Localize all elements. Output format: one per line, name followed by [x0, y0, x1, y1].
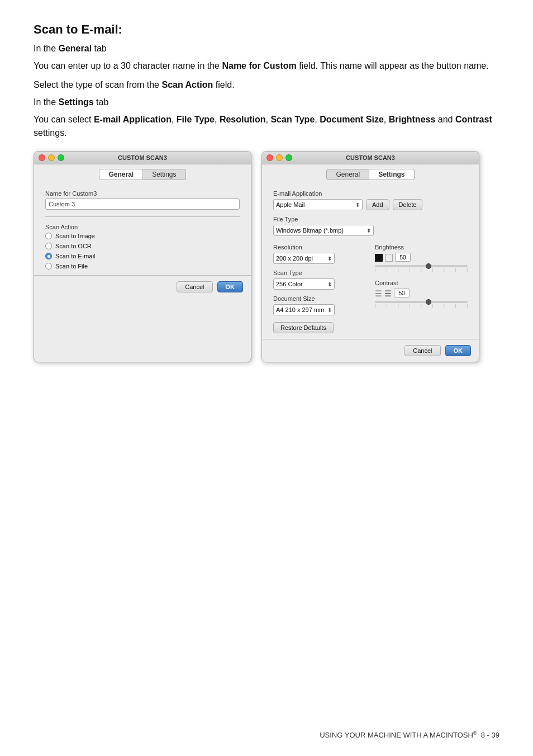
- email-app-label: E-mail Application: [273, 190, 468, 197]
- close-button-settings[interactable]: [266, 154, 273, 161]
- footer-superscript: ®: [473, 730, 477, 736]
- resolution-select[interactable]: 200 x 200 dpi ⬍: [273, 253, 335, 264]
- maximize-button-settings[interactable]: [285, 154, 292, 161]
- contrast-ticks: |||||||||: [375, 304, 468, 308]
- doc-size-select[interactable]: A4 210 x 297 mm ⬍: [273, 304, 335, 315]
- email-app-value: Apple Mail: [276, 201, 304, 208]
- radio-scan-to-email[interactable]: Scan to E-mail: [45, 253, 240, 259]
- settings-dialog-title: CUSTOM SCAN3: [346, 154, 395, 161]
- contrast-label: Contrast: [375, 280, 468, 286]
- radio-circle-ocr: [45, 243, 52, 249]
- resolution-label: Resolution: [273, 244, 366, 251]
- scan-type-value: 256 Color: [276, 281, 303, 287]
- general-titlebar: CUSTOM SCAN3: [34, 152, 251, 164]
- scan-type-row: 256 Color ⬍: [273, 278, 366, 290]
- radio-scan-to-file[interactable]: Scan to File: [45, 263, 240, 270]
- footer-page: 8 - 39: [481, 731, 499, 739]
- scan-type-select[interactable]: 256 Color ⬍: [273, 278, 335, 290]
- scan-type-bold: Scan Type: [270, 115, 315, 124]
- tab-settings[interactable]: Settings: [143, 169, 185, 180]
- brightness-bold: Brightness: [389, 115, 436, 124]
- general-bold: General: [58, 44, 92, 53]
- intro-para4: In the Settings tab: [34, 97, 499, 107]
- general-ok-button[interactable]: OK: [217, 281, 244, 292]
- resolution-arrow: ⬍: [327, 256, 332, 262]
- contrast-low-icon: ☰: [375, 289, 382, 298]
- radio-scan-to-ocr[interactable]: Scan to OCR: [45, 243, 240, 249]
- resolution-bold: Resolution: [220, 115, 266, 124]
- file-type-arrow: ⬍: [367, 228, 371, 234]
- contrast-bold: Contrast: [455, 115, 492, 124]
- footer-text: USING YOUR MACHINE WITH A MACINTOSH: [320, 731, 473, 739]
- col-left: Resolution 200 x 200 dpi ⬍ Scan Type 256…: [273, 244, 366, 315]
- scan-type-arrow: ⬍: [327, 281, 332, 287]
- brightness-track[interactable]: [375, 265, 468, 267]
- minimize-button[interactable]: [48, 154, 55, 161]
- brightness-ticks: |||||||||: [375, 268, 468, 272]
- doc-size-arrow: ⬍: [327, 307, 332, 313]
- doc-size-value: A4 210 x 297 mm: [276, 306, 324, 313]
- general-dialog-title: CUSTOM SCAN3: [118, 154, 167, 161]
- file-type-select[interactable]: Windows Bitmap (*.bmp) ⬍: [273, 225, 374, 236]
- maximize-button[interactable]: [58, 154, 64, 161]
- resolution-row: 200 x 200 dpi ⬍: [273, 253, 366, 264]
- dialogs-row: CUSTOM SCAN3 General Settings Name for C…: [34, 151, 499, 362]
- general-tab-bar: General Settings: [34, 164, 251, 183]
- body-para3: Select the type of scan from the Scan Ac…: [34, 78, 499, 92]
- contrast-track[interactable]: [375, 301, 468, 303]
- email-app-arrow: ⬍: [355, 202, 360, 208]
- file-type-row: Windows Bitmap (*.bmp) ⬍: [273, 225, 468, 236]
- file-type-value: Windows Bitmap (*.bmp): [276, 227, 344, 234]
- radio-label-file: Scan to File: [55, 263, 88, 270]
- name-input[interactable]: [45, 199, 240, 210]
- traffic-lights-settings: [266, 154, 292, 161]
- page-title: Scan to E-mail:: [34, 22, 499, 37]
- traffic-lights-general: [39, 154, 64, 161]
- brightness-slider-container: 50 |||||||||: [375, 253, 468, 272]
- radio-scan-to-image[interactable]: Scan to Image: [45, 233, 240, 239]
- general-footer: Cancel OK: [34, 275, 251, 298]
- scan-action-bold: Scan Action: [161, 80, 213, 89]
- close-button[interactable]: [39, 154, 45, 161]
- body-para2: You can enter up to a 30 character name …: [34, 59, 499, 73]
- radio-circle-file: [45, 263, 52, 270]
- settings-tab-bar: General Settings: [262, 164, 479, 183]
- email-app-bold: E-mail Application: [94, 115, 172, 124]
- divider: [45, 216, 240, 217]
- contrast-high-icon: ☰: [384, 289, 392, 298]
- radio-group: Scan to Image Scan to OCR Scan to E-mail…: [45, 233, 240, 270]
- brightness-dark-icon: [375, 254, 383, 262]
- settings-footer: Cancel OK: [262, 339, 479, 362]
- body-para5: You can select E-mail Application, File …: [34, 113, 499, 140]
- page-content: Scan to E-mail: In the General tab You c…: [0, 0, 533, 396]
- delete-button[interactable]: Delete: [393, 199, 423, 210]
- restore-defaults-button[interactable]: Restore Defaults: [273, 322, 334, 333]
- tab-general-active[interactable]: General: [99, 169, 143, 180]
- doc-size-row: A4 210 x 297 mm ⬍: [273, 304, 366, 315]
- intro-para1: In the General tab: [34, 44, 499, 54]
- file-type-bold: File Type: [177, 115, 215, 124]
- email-app-select[interactable]: Apple Mail ⬍: [273, 199, 363, 210]
- add-button[interactable]: Add: [366, 199, 389, 210]
- scan-type-label: Scan Type: [273, 270, 366, 276]
- page-footer: USING YOUR MACHINE WITH A MACINTOSH® 8 -…: [320, 730, 499, 739]
- name-for-custom-bold: Name for Custom: [222, 61, 296, 70]
- settings-ok-button[interactable]: OK: [445, 345, 472, 356]
- tab-settings-active[interactable]: Settings: [369, 169, 414, 180]
- minimize-button-settings[interactable]: [276, 154, 283, 161]
- settings-bold: Settings: [58, 97, 93, 107]
- brightness-light-icon: [385, 254, 393, 262]
- settings-cancel-button[interactable]: Cancel: [404, 345, 440, 356]
- radio-label-email: Scan to E-mail: [55, 253, 96, 259]
- radio-label-image: Scan to Image: [55, 233, 95, 239]
- doc-size-bold: Document Size: [320, 115, 384, 124]
- contrast-value: 50: [394, 289, 410, 297]
- brightness-label: Brightness: [375, 244, 468, 251]
- general-cancel-button[interactable]: Cancel: [177, 281, 212, 292]
- email-app-row: Apple Mail ⬍ Add Delete: [273, 199, 468, 210]
- radio-label-ocr: Scan to OCR: [55, 243, 92, 249]
- doc-size-label: Document Size: [273, 295, 366, 302]
- tab-general-inactive[interactable]: General: [326, 169, 369, 180]
- radio-circle-image: [45, 233, 52, 239]
- two-col-section: Resolution 200 x 200 dpi ⬍ Scan Type 256…: [273, 244, 468, 315]
